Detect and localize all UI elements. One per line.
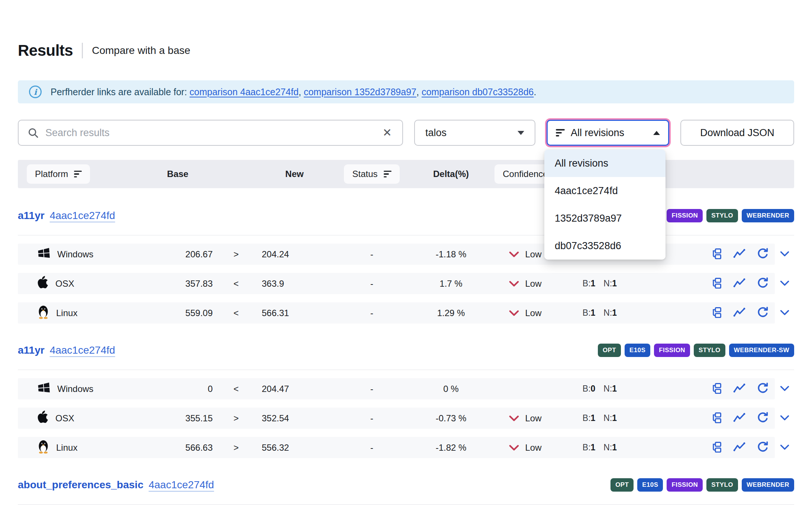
revisions-button-label: All revisions	[571, 127, 647, 139]
retrigger-button[interactable]	[757, 277, 769, 290]
platform-label: Windows	[57, 384, 93, 394]
subtests-icon	[710, 307, 722, 319]
status-value: -	[332, 384, 412, 394]
new-value: 556.32	[257, 443, 332, 453]
new-runs-label: N:	[603, 443, 612, 452]
graph-button[interactable]	[733, 278, 745, 289]
revision-option[interactable]: 1352d3789a97	[544, 205, 666, 232]
expand-row-button[interactable]	[780, 444, 789, 451]
new-runs: N:1	[603, 443, 617, 453]
download-json-button[interactable]: Download JSON	[680, 120, 794, 146]
delta-value: -1.18 %	[412, 249, 490, 260]
test-name-link[interactable]: a11yr	[18, 344, 45, 356]
subtests-button[interactable]	[710, 441, 722, 454]
graph-button[interactable]	[733, 308, 745, 319]
chevron-down-icon	[780, 444, 789, 451]
retrigger-button[interactable]	[757, 306, 769, 320]
confidence-label: Low	[525, 308, 541, 318]
test-revision-link[interactable]: 4aac1ce274fd	[149, 479, 214, 491]
expand-row-button[interactable]	[780, 280, 789, 287]
expand-row-button[interactable]	[780, 310, 789, 316]
delta-header-label: Delta(%)	[412, 169, 490, 179]
status-value: -	[332, 443, 412, 453]
comparison-link[interactable]: comparison db07c33528d6	[422, 87, 534, 97]
delta-value: -1.82 %	[412, 443, 490, 453]
test-revision-link[interactable]: 4aac1ce274fd	[50, 344, 115, 356]
results-sections: a11yr4aac1ce274fdOPTE10SFISSIONSTYLOWEBR…	[18, 208, 794, 505]
tag-e10s: E10S	[637, 478, 663, 492]
tag-fission: FISSION	[654, 344, 690, 357]
runs-count: B:1N:1	[561, 279, 639, 289]
platform-filter-button[interactable]: Platform	[27, 164, 90, 184]
tag-stylo: STYLO	[706, 478, 738, 492]
subtests-button[interactable]	[710, 307, 722, 319]
new-runs-value: 1	[612, 413, 617, 423]
test-revision-link[interactable]: 4aac1ce274fd	[50, 210, 115, 222]
retrigger-button[interactable]	[757, 441, 769, 454]
new-runs-label: N:	[603, 279, 612, 288]
status-filter-button[interactable]: Status	[344, 164, 399, 184]
retrigger-button[interactable]	[757, 248, 769, 261]
revision-option[interactable]: 4aac1ce274fd	[544, 177, 666, 205]
base-runs: B:1	[583, 413, 596, 423]
retrigger-icon	[757, 441, 769, 454]
linux-icon	[37, 440, 49, 456]
new-runs: N:1	[603, 279, 617, 289]
perfherder-links-alert: i Perfherder links are available for: co…	[18, 80, 794, 103]
search-input[interactable]	[45, 127, 374, 139]
retrigger-button[interactable]	[757, 382, 769, 396]
tags-list: OPTE10SFISSIONSTYLOWEBRENDER-SW	[598, 344, 794, 357]
new-value: 566.31	[257, 308, 332, 318]
subtests-button[interactable]	[710, 248, 722, 261]
section-header: about_preferences_basic4aac1ce274fdOPTE1…	[18, 477, 794, 492]
new-value: 352.54	[257, 413, 332, 424]
compare-sign: <	[215, 279, 257, 289]
framework-select[interactable]: talos	[414, 120, 535, 146]
new-runs-label: N:	[603, 413, 612, 423]
revision-option[interactable]: db07c33528d6	[544, 232, 666, 260]
retrigger-icon	[757, 248, 769, 261]
chevron-down-icon	[518, 131, 524, 135]
confidence-cell: Low	[490, 443, 561, 453]
subtests-button[interactable]	[710, 277, 722, 290]
status-value: -	[332, 249, 412, 260]
subtests-button[interactable]	[710, 412, 722, 425]
test-name-link[interactable]: about_preferences_basic	[18, 479, 144, 491]
graph-button[interactable]	[733, 249, 745, 260]
clear-search-button[interactable]: ✕	[381, 126, 393, 140]
section-header: a11yr4aac1ce274fdOPTE10SFISSIONSTYLOWEBR…	[18, 208, 794, 223]
base-runs-value: 1	[591, 279, 596, 288]
search-box: ✕	[18, 120, 403, 146]
confidence-down-icon	[509, 308, 519, 318]
revisions-menu: All revisions4aac1ce274fd1352d3789a97db0…	[544, 149, 666, 260]
revision-option[interactable]: All revisions	[544, 149, 666, 177]
subtests-button[interactable]	[710, 383, 722, 395]
comparison-link[interactable]: comparison 1352d3789a97	[304, 87, 416, 97]
graph-button[interactable]	[733, 383, 745, 395]
base-header-label: Base	[141, 169, 215, 179]
graph-button[interactable]	[733, 442, 745, 453]
status-header-label: Status	[352, 169, 377, 179]
runs-count: B:1N:1	[561, 413, 639, 423]
retrigger-button[interactable]	[757, 412, 769, 425]
base-runs: B:1	[583, 279, 596, 289]
confidence-down-icon	[509, 279, 519, 289]
test-name-link[interactable]: a11yr	[18, 210, 45, 222]
base-runs: B:1	[583, 308, 596, 318]
graph-button[interactable]	[733, 413, 745, 424]
row-actions	[639, 412, 775, 425]
revisions-filter-button[interactable]: All revisions	[547, 120, 669, 146]
expand-row-button[interactable]	[780, 386, 789, 392]
new-runs-value: 1	[612, 443, 617, 452]
osx-icon	[37, 276, 49, 292]
expand-row-button[interactable]	[780, 251, 789, 258]
base-value: 566.63	[141, 443, 215, 453]
comparison-link[interactable]: comparison 4aac1ce274fd	[190, 87, 299, 97]
row-actions	[639, 382, 775, 396]
result-row: Windows206.67>204.24--1.18 %Low	[18, 244, 794, 265]
tags-list: OPTE10SFISSIONSTYLOWEBRENDER	[610, 478, 794, 492]
table-header: Platform Base New Status Delta(%) Confid…	[18, 160, 794, 188]
confidence-label: Low	[525, 249, 541, 260]
retrigger-icon	[757, 382, 769, 396]
expand-row-button[interactable]	[780, 415, 789, 422]
